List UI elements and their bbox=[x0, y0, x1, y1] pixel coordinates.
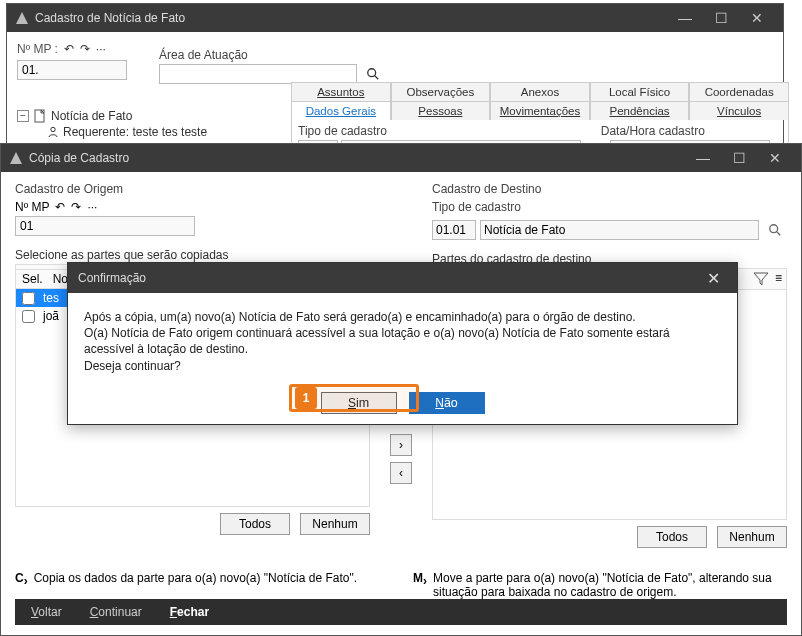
mp-label: Nº MP bbox=[15, 200, 49, 214]
search-icon[interactable] bbox=[763, 220, 787, 240]
tipo-label: Tipo de cadastro bbox=[432, 200, 787, 214]
tab-coordenadas[interactable]: Coordenadas bbox=[689, 82, 789, 101]
close-button[interactable]: ✕ bbox=[739, 10, 775, 26]
tab-local-fisico[interactable]: Local Físico bbox=[590, 82, 690, 101]
modal-line1: Após a cópia, um(a) novo(a) Notícia de F… bbox=[84, 309, 721, 325]
footer-continuar[interactable]: Continuar bbox=[90, 605, 142, 619]
modal-title: Confirmação bbox=[78, 271, 699, 285]
svg-line-1 bbox=[375, 76, 379, 80]
tab-pendencias[interactable]: Pendências bbox=[590, 101, 690, 120]
minimize-button[interactable]: — bbox=[667, 10, 703, 26]
app-icon bbox=[15, 11, 29, 25]
collapse-icon[interactable]: ≡ bbox=[775, 271, 782, 287]
btn-todos-destino[interactable]: Todos bbox=[637, 526, 707, 548]
close-button[interactable]: ✕ bbox=[757, 150, 793, 166]
row-checkbox[interactable] bbox=[22, 292, 35, 305]
btn-move-left[interactable]: ‹ bbox=[390, 462, 412, 484]
tipo-code-input[interactable] bbox=[432, 220, 476, 240]
svg-point-3 bbox=[51, 127, 55, 131]
search-icon[interactable] bbox=[363, 64, 383, 84]
row-name: joã bbox=[43, 309, 59, 323]
legend-c-text: Copia os dados da parte para o(a) novo(a… bbox=[34, 571, 357, 599]
maximize-button[interactable]: ☐ bbox=[703, 10, 739, 26]
svg-point-5 bbox=[770, 225, 778, 233]
tree-expander[interactable]: − bbox=[17, 110, 29, 122]
dt-label: Data/Hora cadastro bbox=[601, 124, 782, 138]
document-icon bbox=[33, 109, 47, 123]
legend: C› Copia os dados da parte para o(a) nov… bbox=[15, 571, 787, 599]
tipo-name-input[interactable] bbox=[480, 220, 759, 240]
app-icon bbox=[9, 151, 23, 165]
footer-voltar[interactable]: VVoltaroltar bbox=[31, 605, 62, 619]
tab-dados-gerais[interactable]: Dados Gerais bbox=[291, 101, 391, 120]
destino-label: Cadastro de Destino bbox=[432, 182, 787, 196]
tab-pessoas[interactable]: Pessoas bbox=[391, 101, 491, 120]
person-icon bbox=[47, 126, 59, 138]
footer: VVoltaroltar Continuar Fechar bbox=[15, 599, 787, 625]
tab-anexos[interactable]: Anexos bbox=[490, 82, 590, 101]
more-icon[interactable]: ··· bbox=[96, 42, 106, 56]
titlebar-win1: Cadastro de Notícia de Fato — ☐ ✕ bbox=[7, 4, 783, 32]
modal-close-icon[interactable]: ✕ bbox=[699, 269, 727, 288]
footer-fechar[interactable]: Fechar bbox=[170, 605, 209, 619]
legend-c-symbol: C› bbox=[15, 571, 28, 599]
btn-nenhum-destino[interactable]: Nenhum bbox=[717, 526, 787, 548]
modal-line3: Deseja continuar? bbox=[84, 358, 721, 374]
btn-nao[interactable]: Não bbox=[409, 392, 485, 414]
col-nome[interactable]: No bbox=[53, 272, 68, 286]
tipo-label: Tipo de cadastro bbox=[298, 124, 587, 138]
svg-point-0 bbox=[368, 69, 376, 77]
area-label: Área de Atuação bbox=[159, 48, 248, 62]
mp-input[interactable] bbox=[17, 60, 127, 80]
col-sel[interactable]: Sel. bbox=[22, 272, 43, 286]
tab-observacoes[interactable]: Observações bbox=[391, 82, 491, 101]
row-name: tes bbox=[43, 291, 59, 305]
win1-title: Cadastro de Notícia de Fato bbox=[35, 11, 667, 25]
mp-label: Nº MP : bbox=[17, 42, 58, 56]
row-checkbox[interactable] bbox=[22, 310, 35, 323]
redo-icon[interactable]: ↷ bbox=[71, 200, 81, 214]
filter-icon[interactable] bbox=[753, 271, 769, 287]
maximize-button[interactable]: ☐ bbox=[721, 150, 757, 166]
legend-m-symbol: M› bbox=[413, 571, 427, 599]
svg-line-6 bbox=[777, 232, 781, 236]
origem-label: Cadastro de Origem bbox=[15, 182, 370, 196]
win2-title: Cópia de Cadastro bbox=[29, 151, 685, 165]
redo-icon[interactable]: ↷ bbox=[80, 42, 90, 56]
btn-nenhum-origem[interactable]: Nenhum bbox=[300, 513, 370, 535]
tab-movimentacoes[interactable]: Movimentações bbox=[490, 101, 590, 120]
btn-todos-origem[interactable]: Todos bbox=[220, 513, 290, 535]
undo-icon[interactable]: ↶ bbox=[55, 200, 65, 214]
tutorial-step-number: 1 bbox=[295, 387, 317, 409]
tab-vinculos[interactable]: Vínculos bbox=[689, 101, 789, 120]
more-icon[interactable]: ··· bbox=[87, 200, 97, 214]
titlebar-win2: Cópia de Cadastro — ☐ ✕ bbox=[1, 144, 801, 172]
undo-icon[interactable]: ↶ bbox=[64, 42, 74, 56]
tree-root[interactable]: Notícia de Fato bbox=[51, 109, 132, 123]
area-input[interactable] bbox=[159, 64, 357, 84]
btn-move-right[interactable]: › bbox=[390, 434, 412, 456]
legend-m-text: Move a parte para o(a) novo(a) "Notícia … bbox=[433, 571, 787, 599]
minimize-button[interactable]: — bbox=[685, 150, 721, 166]
tree-requerente[interactable]: Requerente: teste tes teste bbox=[63, 125, 207, 139]
tab-assuntos[interactable]: Assuntos bbox=[291, 82, 391, 101]
list-origem-header: Selecione as partes que serão copiadas bbox=[15, 248, 370, 262]
modal-line2: O(a) Notícia de Fato origem continuará a… bbox=[84, 325, 721, 357]
mp-origem-input[interactable] bbox=[15, 216, 195, 236]
